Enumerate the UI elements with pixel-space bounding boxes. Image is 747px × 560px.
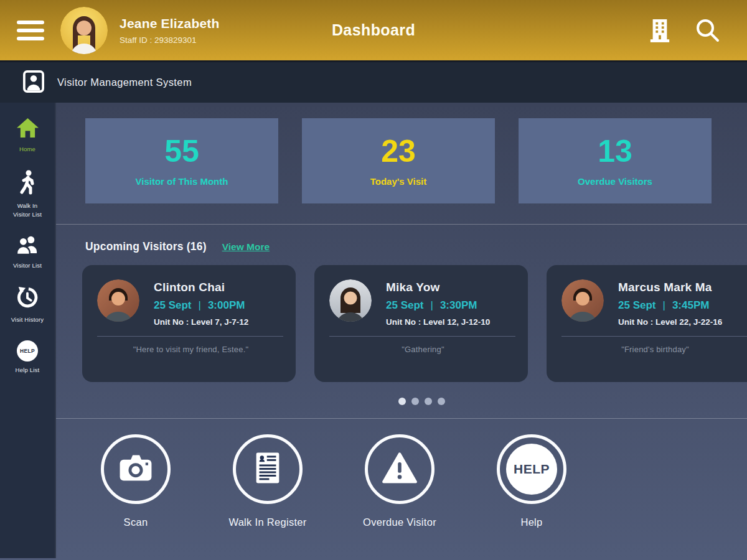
card-divider <box>561 336 747 337</box>
stat-card-visitors-month[interactable]: 55 Visitor of This Month <box>85 118 278 203</box>
hamburger-menu-icon[interactable] <box>17 21 44 40</box>
help-filled-icon: HELP <box>506 444 557 495</box>
visitor-cards-carousel: Clinton Chai 25 Sept|3:00PM Unit No : Le… <box>56 253 747 382</box>
visitor-card[interactable]: Clinton Chai 25 Sept|3:00PM Unit No : Le… <box>82 265 296 382</box>
visitor-note: "Here to visit my friend, Estee." <box>97 345 284 354</box>
app-bar: Visitor Management System <box>0 60 747 103</box>
stat-value: 13 <box>598 136 632 167</box>
app-title: Visitor Management System <box>57 77 192 88</box>
user-avatar[interactable] <box>60 7 108 54</box>
carousel-dot[interactable] <box>398 398 406 405</box>
visitor-unit: Unit No : Level 22, J-22-16 <box>618 317 722 327</box>
upcoming-title: Upcoming Visitors (16) <box>85 240 207 253</box>
stat-label: Today's Visit <box>370 176 427 187</box>
visitor-avatar <box>97 279 139 322</box>
action-label: Scan <box>124 516 148 528</box>
stats-row: 55 Visitor of This Month 23 Today's Visi… <box>56 103 747 203</box>
history-icon <box>16 286 39 311</box>
visitor-card[interactable]: Marcus Mark Ma 25 Sept|3:45PM Unit No : … <box>547 265 747 382</box>
building-icon[interactable] <box>649 18 671 43</box>
walk-in-register-button[interactable]: Walk In Register <box>218 434 317 528</box>
user-name: Jeane Elizabeth <box>120 16 220 31</box>
sidebar-item-label: Walk In Visitor List <box>13 202 42 219</box>
sidebar-item-walk-in-visitor-list[interactable]: Walk In Visitor List <box>13 170 42 219</box>
visitor-note: "Gathering" <box>329 345 517 354</box>
stat-card-overdue-visitors[interactable]: 13 Overdue Visitors <box>519 118 712 203</box>
visitor-datetime: 25 Sept|3:45PM <box>618 299 722 312</box>
visitor-badge-icon <box>23 70 44 96</box>
sidebar-item-label: Help List <box>16 366 40 375</box>
sidebar-item-label: Visit History <box>11 315 44 324</box>
warning-triangle-icon <box>382 452 418 487</box>
carousel-dot[interactable] <box>411 398 419 405</box>
visitor-avatar <box>561 279 604 322</box>
visitor-name: Mika Yow <box>386 281 490 294</box>
action-label: Help <box>520 516 542 528</box>
sidebar-item-label: Home <box>19 145 35 154</box>
stat-value: 55 <box>164 136 199 167</box>
visitor-unit: Unit No : Level 7, J-7-12 <box>154 317 248 327</box>
sidebar-nav: Home Walk In Visitor List <box>0 103 56 558</box>
visitor-avatar <box>329 279 372 322</box>
stat-label: Overdue Visitors <box>578 176 652 187</box>
search-icon[interactable] <box>695 18 720 43</box>
help-circle-icon: HELP <box>17 340 38 362</box>
visitor-note: "Friend's birthday" <box>561 345 747 354</box>
card-divider <box>329 336 515 337</box>
visitor-unit: Unit No : Level 12, J-12-10 <box>386 317 490 327</box>
visitor-card[interactable]: Mika Yow 25 Sept|3:30PM Unit No : Level … <box>314 265 528 382</box>
action-label: Walk In Register <box>228 516 306 528</box>
camera-icon <box>118 454 153 485</box>
visitor-name: Clinton Chai <box>154 281 248 294</box>
page-title: Dashboard <box>0 21 747 39</box>
card-divider <box>97 336 283 337</box>
sidebar-item-help-list[interactable]: HELP Help List <box>16 340 40 375</box>
help-button[interactable]: HELP Help <box>482 434 581 528</box>
stat-value: 23 <box>381 136 416 167</box>
stat-card-todays-visit[interactable]: 23 Today's Visit <box>302 118 495 203</box>
user-info: Jeane Elizabeth Staff ID : 293829301 <box>120 16 220 45</box>
sidebar-item-label: Visitor List <box>13 261 42 270</box>
home-icon <box>16 118 39 141</box>
main-content: 55 Visitor of This Month 23 Today's Visi… <box>56 103 747 558</box>
visitor-name: Marcus Mark Ma <box>618 281 722 294</box>
register-document-icon <box>254 451 281 487</box>
visitor-datetime: 25 Sept|3:30PM <box>386 299 490 312</box>
quick-actions: Scan <box>56 419 747 528</box>
overdue-visitor-button[interactable]: Overdue Visitor <box>350 434 449 528</box>
scan-button[interactable]: Scan <box>86 434 186 528</box>
view-more-link[interactable]: View More <box>222 241 270 253</box>
carousel-dots <box>76 398 747 405</box>
upcoming-header: Upcoming Visitors (16) View More <box>56 225 747 253</box>
carousel-dot[interactable] <box>438 398 445 405</box>
user-avatar-image <box>60 7 108 54</box>
sidebar-item-visit-history[interactable]: Visit History <box>11 286 44 324</box>
carousel-dot[interactable] <box>425 398 432 405</box>
sidebar-item-home[interactable]: Home <box>16 118 39 154</box>
user-staff-id: Staff ID : 293829301 <box>120 35 220 45</box>
top-header: Jeane Elizabeth Staff ID : 293829301 Das… <box>0 0 747 60</box>
action-label: Overdue Visitor <box>363 516 436 528</box>
people-icon <box>16 235 39 257</box>
visitor-datetime: 25 Sept|3:00PM <box>154 299 248 312</box>
sidebar-item-visitor-list[interactable]: Visitor List <box>13 235 42 270</box>
walking-person-icon <box>18 170 37 197</box>
stat-label: Visitor of This Month <box>136 176 228 187</box>
